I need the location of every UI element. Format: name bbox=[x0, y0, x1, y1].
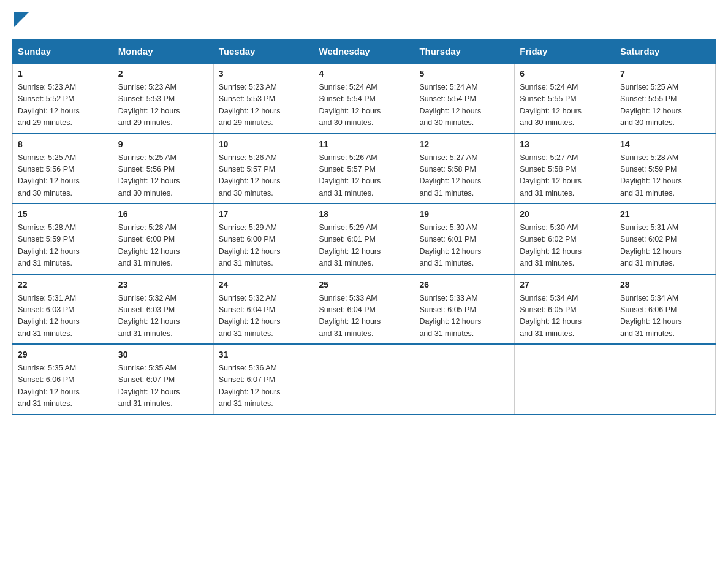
cell-content: Sunrise: 5:30 AM Sunset: 6:02 PM Dayligh… bbox=[520, 223, 582, 267]
cell-content: Sunrise: 5:23 AM Sunset: 5:52 PM Dayligh… bbox=[18, 83, 80, 127]
day-number: 28 bbox=[620, 278, 710, 291]
calendar-cell: 10 Sunrise: 5:26 AM Sunset: 5:57 PM Dayl… bbox=[213, 134, 314, 204]
day-number: 20 bbox=[520, 208, 610, 221]
day-number: 25 bbox=[319, 278, 409, 291]
cell-content: Sunrise: 5:35 AM Sunset: 6:06 PM Dayligh… bbox=[18, 364, 80, 408]
logo-triangle-icon bbox=[14, 12, 29, 27]
day-number: 29 bbox=[18, 348, 108, 361]
calendar-cell: 16 Sunrise: 5:28 AM Sunset: 6:00 PM Dayl… bbox=[113, 204, 213, 274]
day-number: 30 bbox=[118, 348, 208, 361]
cell-content: Sunrise: 5:31 AM Sunset: 6:02 PM Dayligh… bbox=[620, 223, 682, 267]
calendar-cell: 17 Sunrise: 5:29 AM Sunset: 6:00 PM Dayl… bbox=[213, 204, 314, 274]
day-number: 6 bbox=[520, 67, 610, 80]
calendar-cell: 20 Sunrise: 5:30 AM Sunset: 6:02 PM Dayl… bbox=[515, 204, 615, 274]
day-number: 26 bbox=[419, 278, 509, 291]
calendar-cell: 30 Sunrise: 5:35 AM Sunset: 6:07 PM Dayl… bbox=[113, 344, 213, 415]
cell-content: Sunrise: 5:24 AM Sunset: 5:54 PM Dayligh… bbox=[319, 83, 381, 127]
cell-content: Sunrise: 5:35 AM Sunset: 6:07 PM Dayligh… bbox=[118, 364, 180, 408]
day-number: 5 bbox=[419, 67, 509, 80]
day-number: 18 bbox=[319, 208, 409, 221]
cell-content: Sunrise: 5:23 AM Sunset: 5:53 PM Dayligh… bbox=[219, 83, 281, 127]
calendar-week-5: 29 Sunrise: 5:35 AM Sunset: 6:06 PM Dayl… bbox=[13, 344, 716, 415]
day-number: 8 bbox=[18, 138, 108, 151]
calendar-cell: 8 Sunrise: 5:25 AM Sunset: 5:56 PM Dayli… bbox=[13, 134, 113, 204]
cell-content: Sunrise: 5:30 AM Sunset: 6:01 PM Dayligh… bbox=[419, 223, 481, 267]
cell-content: Sunrise: 5:28 AM Sunset: 5:59 PM Dayligh… bbox=[620, 153, 682, 197]
weekday-header-thursday: Thursday bbox=[414, 40, 515, 64]
calendar-cell bbox=[414, 344, 515, 415]
day-number: 31 bbox=[219, 348, 309, 361]
calendar-cell: 6 Sunrise: 5:24 AM Sunset: 5:55 PM Dayli… bbox=[515, 63, 615, 134]
day-number: 2 bbox=[118, 67, 208, 80]
day-number: 4 bbox=[319, 67, 409, 80]
weekday-header-wednesday: Wednesday bbox=[314, 40, 414, 64]
calendar-cell: 27 Sunrise: 5:34 AM Sunset: 6:05 PM Dayl… bbox=[515, 274, 615, 345]
cell-content: Sunrise: 5:36 AM Sunset: 6:07 PM Dayligh… bbox=[219, 364, 281, 408]
cell-content: Sunrise: 5:28 AM Sunset: 6:00 PM Dayligh… bbox=[118, 223, 180, 267]
calendar-cell: 14 Sunrise: 5:28 AM Sunset: 5:59 PM Dayl… bbox=[615, 134, 716, 204]
cell-content: Sunrise: 5:29 AM Sunset: 6:01 PM Dayligh… bbox=[319, 223, 381, 267]
day-number: 23 bbox=[118, 278, 208, 291]
day-number: 16 bbox=[118, 208, 208, 221]
calendar-cell: 11 Sunrise: 5:26 AM Sunset: 5:57 PM Dayl… bbox=[314, 134, 414, 204]
calendar-cell: 18 Sunrise: 5:29 AM Sunset: 6:01 PM Dayl… bbox=[314, 204, 414, 274]
cell-content: Sunrise: 5:23 AM Sunset: 5:53 PM Dayligh… bbox=[118, 83, 180, 127]
cell-content: Sunrise: 5:34 AM Sunset: 6:05 PM Dayligh… bbox=[520, 294, 582, 338]
calendar-cell: 21 Sunrise: 5:31 AM Sunset: 6:02 PM Dayl… bbox=[615, 204, 716, 274]
calendar-cell: 23 Sunrise: 5:32 AM Sunset: 6:03 PM Dayl… bbox=[113, 274, 213, 345]
calendar-cell: 22 Sunrise: 5:31 AM Sunset: 6:03 PM Dayl… bbox=[13, 274, 113, 345]
day-number: 27 bbox=[520, 278, 610, 291]
calendar-cell: 25 Sunrise: 5:33 AM Sunset: 6:04 PM Dayl… bbox=[314, 274, 414, 345]
calendar-cell: 19 Sunrise: 5:30 AM Sunset: 6:01 PM Dayl… bbox=[414, 204, 515, 274]
cell-content: Sunrise: 5:25 AM Sunset: 5:55 PM Dayligh… bbox=[620, 83, 682, 127]
cell-content: Sunrise: 5:27 AM Sunset: 5:58 PM Dayligh… bbox=[419, 153, 481, 197]
day-number: 21 bbox=[620, 208, 710, 221]
cell-content: Sunrise: 5:24 AM Sunset: 5:55 PM Dayligh… bbox=[520, 83, 582, 127]
cell-content: Sunrise: 5:33 AM Sunset: 6:05 PM Dayligh… bbox=[419, 294, 481, 338]
day-number: 12 bbox=[419, 138, 509, 151]
day-number: 14 bbox=[620, 138, 710, 151]
cell-content: Sunrise: 5:34 AM Sunset: 6:06 PM Dayligh… bbox=[620, 294, 682, 338]
calendar-cell: 5 Sunrise: 5:24 AM Sunset: 5:54 PM Dayli… bbox=[414, 63, 515, 134]
cell-content: Sunrise: 5:31 AM Sunset: 6:03 PM Dayligh… bbox=[18, 294, 80, 338]
day-number: 1 bbox=[18, 67, 108, 80]
calendar-cell: 2 Sunrise: 5:23 AM Sunset: 5:53 PM Dayli… bbox=[113, 63, 213, 134]
calendar-header-row: SundayMondayTuesdayWednesdayThursdayFrid… bbox=[13, 40, 716, 64]
calendar-cell: 12 Sunrise: 5:27 AM Sunset: 5:58 PM Dayl… bbox=[414, 134, 515, 204]
calendar-week-1: 1 Sunrise: 5:23 AM Sunset: 5:52 PM Dayli… bbox=[13, 63, 716, 134]
calendar-cell: 7 Sunrise: 5:25 AM Sunset: 5:55 PM Dayli… bbox=[615, 63, 716, 134]
weekday-header-saturday: Saturday bbox=[615, 40, 716, 64]
weekday-header-friday: Friday bbox=[515, 40, 615, 64]
calendar-cell: 3 Sunrise: 5:23 AM Sunset: 5:53 PM Dayli… bbox=[213, 63, 314, 134]
cell-content: Sunrise: 5:29 AM Sunset: 6:00 PM Dayligh… bbox=[219, 223, 281, 267]
cell-content: Sunrise: 5:26 AM Sunset: 5:57 PM Dayligh… bbox=[219, 153, 281, 197]
calendar-cell: 24 Sunrise: 5:32 AM Sunset: 6:04 PM Dayl… bbox=[213, 274, 314, 345]
calendar-cell: 9 Sunrise: 5:25 AM Sunset: 5:56 PM Dayli… bbox=[113, 134, 213, 204]
page-header bbox=[12, 12, 716, 27]
weekday-header-tuesday: Tuesday bbox=[213, 40, 314, 64]
cell-content: Sunrise: 5:27 AM Sunset: 5:58 PM Dayligh… bbox=[520, 153, 582, 197]
day-number: 15 bbox=[18, 208, 108, 221]
calendar-cell: 1 Sunrise: 5:23 AM Sunset: 5:52 PM Dayli… bbox=[13, 63, 113, 134]
day-number: 19 bbox=[419, 208, 509, 221]
calendar-cell: 28 Sunrise: 5:34 AM Sunset: 6:06 PM Dayl… bbox=[615, 274, 716, 345]
cell-content: Sunrise: 5:28 AM Sunset: 5:59 PM Dayligh… bbox=[18, 223, 80, 267]
calendar-cell: 31 Sunrise: 5:36 AM Sunset: 6:07 PM Dayl… bbox=[213, 344, 314, 415]
weekday-header-monday: Monday bbox=[113, 40, 213, 64]
logo bbox=[12, 12, 31, 27]
cell-content: Sunrise: 5:25 AM Sunset: 5:56 PM Dayligh… bbox=[18, 153, 80, 197]
calendar-cell: 29 Sunrise: 5:35 AM Sunset: 6:06 PM Dayl… bbox=[13, 344, 113, 415]
calendar-week-4: 22 Sunrise: 5:31 AM Sunset: 6:03 PM Dayl… bbox=[13, 274, 716, 345]
cell-content: Sunrise: 5:32 AM Sunset: 6:04 PM Dayligh… bbox=[219, 294, 281, 338]
day-number: 10 bbox=[219, 138, 309, 151]
calendar-week-3: 15 Sunrise: 5:28 AM Sunset: 5:59 PM Dayl… bbox=[13, 204, 716, 274]
cell-content: Sunrise: 5:25 AM Sunset: 5:56 PM Dayligh… bbox=[118, 153, 180, 197]
calendar-cell bbox=[314, 344, 414, 415]
cell-content: Sunrise: 5:26 AM Sunset: 5:57 PM Dayligh… bbox=[319, 153, 381, 197]
day-number: 17 bbox=[219, 208, 309, 221]
weekday-header-sunday: Sunday bbox=[13, 40, 113, 64]
calendar-cell: 4 Sunrise: 5:24 AM Sunset: 5:54 PM Dayli… bbox=[314, 63, 414, 134]
day-number: 24 bbox=[219, 278, 309, 291]
day-number: 11 bbox=[319, 138, 409, 151]
cell-content: Sunrise: 5:32 AM Sunset: 6:03 PM Dayligh… bbox=[118, 294, 180, 338]
